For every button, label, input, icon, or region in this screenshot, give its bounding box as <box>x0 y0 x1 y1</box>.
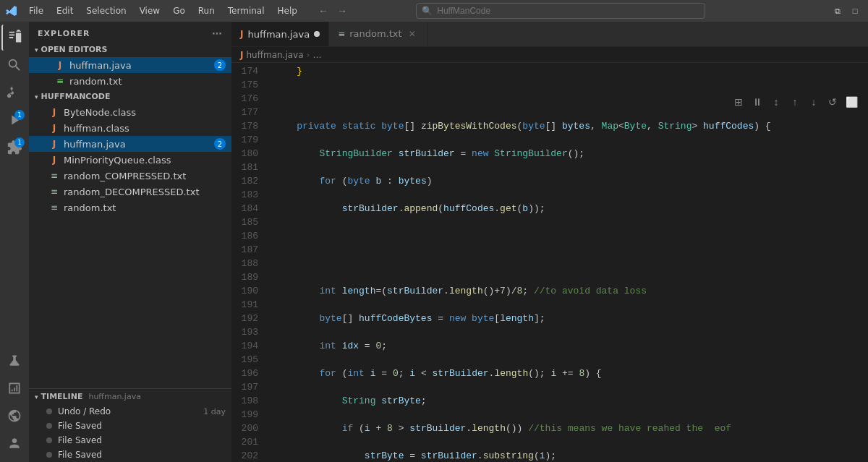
nav-back-button[interactable]: ← <box>315 4 332 18</box>
title-bar: File Edit Selection View Go Run Terminal… <box>0 0 868 22</box>
project-label: HUFFMANCODE <box>41 92 111 101</box>
project-filename: huffman.java <box>64 139 210 150</box>
timeline-item-saved1[interactable]: File Saved <box>29 419 231 433</box>
search-activity-icon[interactable] <box>1 52 27 78</box>
project-file-huffman-java[interactable]: J huffman.java 2 <box>29 136 231 152</box>
menu-file[interactable]: File <box>23 4 49 17</box>
editor-toolbar: ⊞ ⏸ ↕ ↑ ↓ ↺ ⬜ <box>731 94 859 110</box>
menu-view[interactable]: View <box>134 4 166 17</box>
timeline-item-label: File Saved <box>58 421 226 431</box>
tab-modified-indicator <box>314 31 320 37</box>
collapse-button[interactable]: ↑ <box>787 94 803 110</box>
breadcrumb-file-icon: J <box>240 50 243 60</box>
file-badge: 2 <box>214 59 226 71</box>
sidebar-title: EXPLORER <box>38 29 90 38</box>
test-activity-icon[interactable] <box>1 348 27 374</box>
open-editors-section-header[interactable]: ▾ OPEN EDITORS <box>29 42 231 57</box>
pause-button[interactable]: ⏸ <box>749 94 765 110</box>
menu-terminal[interactable]: Terminal <box>222 4 271 17</box>
scroll-lock-button[interactable]: ↕ <box>768 94 784 110</box>
java-file-icon: J <box>49 123 59 133</box>
breadcrumb-area: J huffman.java › … ⊞ ⏸ ↕ ↑ ↓ ↺ ⬜ <box>231 47 868 63</box>
project-file-decompressed[interactable]: ≡ random_DECOMPRESSED.txt <box>29 184 231 200</box>
timeline-item-label: File Saved <box>58 435 226 445</box>
java-file-icon: J <box>49 155 59 165</box>
account-activity-icon[interactable] <box>1 430 27 456</box>
project-filename: MinPriorityQueue.class <box>64 155 226 166</box>
project-chevron: ▾ <box>35 93 38 100</box>
open-editor-huffman-java[interactable]: ✕ J huffman.java 2 <box>29 57 231 73</box>
timeline-header[interactable]: ▾ TIMELINE huffman.java <box>29 389 231 404</box>
file-badge: 2 <box>214 138 226 150</box>
breadcrumb: J huffman.java › … <box>231 47 868 63</box>
search-input[interactable] <box>416 3 705 19</box>
java-file-icon: J <box>49 107 59 117</box>
split-editor-button[interactable]: ⧉ <box>830 4 845 18</box>
nav-buttons: ← → <box>315 4 351 18</box>
project-section-header[interactable]: ▾ HUFFMANCODE <box>29 89 231 104</box>
project-file-huffman-class[interactable]: J huffman.class <box>29 120 231 136</box>
timeline-section: ▾ TIMELINE huffman.java Undo / Redo 1 da… <box>29 388 231 462</box>
timeline-dot <box>46 423 52 429</box>
graph-activity-icon[interactable] <box>1 375 27 401</box>
tab-label: huffman.java <box>247 29 310 40</box>
search-box: 🔍 <box>416 3 705 19</box>
project-filename: random_DECOMPRESSED.txt <box>64 187 226 197</box>
tab-bar: J huffman.java ≡ random.txt ✕ <box>231 22 868 47</box>
project-file-compressed[interactable]: ≡ random_COMPRESSED.txt <box>29 168 231 184</box>
remote-activity-icon[interactable] <box>1 403 27 429</box>
menu-go[interactable]: Go <box>167 4 191 17</box>
timeline-item-label: File Saved <box>58 450 226 460</box>
nav-forward-button[interactable]: → <box>333 4 351 18</box>
breadcrumb-path: … <box>312 50 321 60</box>
sidebar-header: EXPLORER ⋯ <box>29 22 231 42</box>
project-file-random[interactable]: ≡ random.txt <box>29 200 231 215</box>
project-file-minpq[interactable]: J MinPriorityQueue.class <box>29 152 231 168</box>
timeline-item-saved3[interactable]: File Saved <box>29 448 231 462</box>
menu-run[interactable]: Run <box>192 4 221 17</box>
refresh-button[interactable]: ↺ <box>825 94 841 110</box>
tab-random-txt[interactable]: ≡ random.txt ✕ <box>329 22 427 46</box>
line-numbers: 174 175 176 177 178 179 180 181 182 183 … <box>231 63 264 462</box>
tab-huffman-java[interactable]: J huffman.java <box>231 22 329 46</box>
expand-button[interactable]: ↓ <box>806 94 822 110</box>
open-editor-random-txt[interactable]: ✕ ≡ random.txt <box>29 73 231 89</box>
code-editor[interactable]: 174 175 176 177 178 179 180 181 182 183 … <box>231 63 868 462</box>
split-view-button[interactable]: ⊞ <box>731 94 746 110</box>
timeline-item-saved2[interactable]: File Saved <box>29 433 231 448</box>
menu-bar: File Edit Selection View Go Run Terminal… <box>23 4 303 17</box>
extensions-activity-icon[interactable]: 1 <box>1 134 27 161</box>
menu-edit[interactable]: Edit <box>51 4 79 17</box>
main-layout: 1 1 EXPLORER ⋯ <box>0 22 868 462</box>
menu-help[interactable]: Help <box>272 4 303 17</box>
timeline-dot <box>46 452 52 458</box>
search-icon: 🔍 <box>422 6 433 16</box>
extensions-badge: 1 <box>14 137 25 147</box>
sidebar-section: ▾ OPEN EDITORS ✕ J huffman.java 2 ✕ ≡ ra… <box>29 42 231 388</box>
project-filename: random_COMPRESSED.txt <box>64 171 226 181</box>
breadcrumb-filename: huffman.java <box>246 50 303 60</box>
menu-selection[interactable]: Selection <box>80 4 132 17</box>
java-tab-icon: J <box>240 29 243 39</box>
more-actions-button[interactable]: ⬜ <box>843 94 859 110</box>
project-file-bytenode[interactable]: J ByteNode.class <box>29 104 231 120</box>
timeline-item-undo[interactable]: Undo / Redo 1 day <box>29 404 231 419</box>
project-filename: ByteNode.class <box>64 107 226 118</box>
tab-close-button[interactable]: ✕ <box>407 28 418 40</box>
source-control-activity-icon[interactable] <box>1 80 27 106</box>
code-content[interactable]: } private static byte[] zipBytesWithCode… <box>264 63 868 462</box>
open-editor-filename: huffman.java <box>69 60 210 71</box>
txt-file-icon: ≡ <box>49 171 59 181</box>
activity-bar: 1 1 <box>0 22 29 462</box>
java-file-icon: J <box>55 60 65 70</box>
debug-activity-icon[interactable]: 1 <box>1 107 27 133</box>
txt-file-icon: ≡ <box>49 202 59 213</box>
vscode-logo-icon <box>6 5 17 17</box>
maximize-button[interactable]: □ <box>848 4 862 18</box>
txt-file-icon: ≡ <box>55 76 65 86</box>
open-editors-label: OPEN EDITORS <box>41 45 108 54</box>
activity-bar-bottom <box>1 348 27 462</box>
explorer-activity-icon[interactable] <box>1 25 27 51</box>
txt-file-icon: ≡ <box>49 187 59 197</box>
new-file-icon[interactable]: ⋯ <box>212 27 223 39</box>
